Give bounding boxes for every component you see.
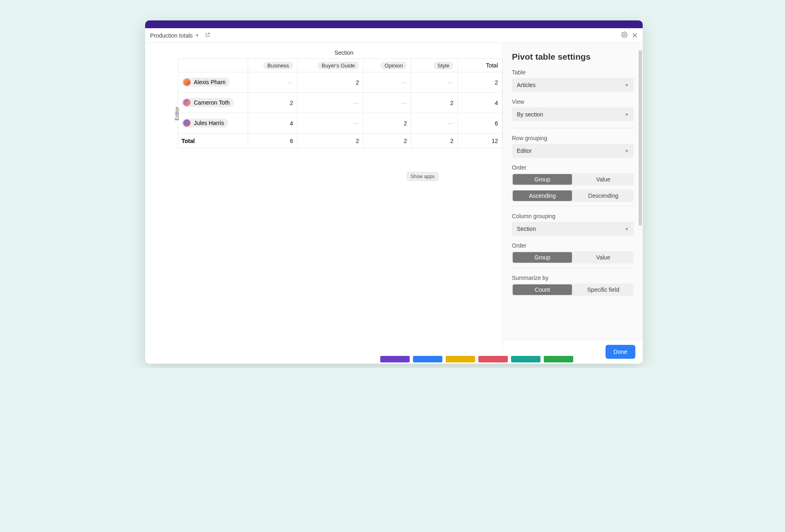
data-cell[interactable]: — [411, 113, 458, 134]
row-order-by-seg[interactable]: Group Value [512, 173, 634, 186]
gear-icon[interactable] [621, 31, 628, 39]
editor-name: Cameron Toth [194, 99, 230, 106]
data-cell[interactable]: — [363, 72, 411, 93]
table-row: Alexis Pham—2——2 [178, 72, 502, 93]
scrollbar-thumb[interactable] [639, 50, 642, 226]
field-label: Summarize by [512, 275, 634, 281]
data-cell[interactable]: — [298, 113, 363, 134]
totals-row-label: Total [178, 134, 248, 148]
data-cell[interactable]: 2 [248, 93, 298, 113]
column-total-cell: 2 [411, 134, 458, 148]
column-header[interactable]: Opinion [363, 58, 411, 72]
col-order-by-seg[interactable]: Group Value [512, 251, 634, 264]
field-label: Row grouping [512, 135, 634, 141]
row-header[interactable]: Jules Harris [178, 113, 248, 134]
field-label: Column grouping [512, 213, 634, 219]
chevron-down-icon: ▼ [625, 112, 629, 117]
popout-icon[interactable] [205, 32, 210, 39]
row-header[interactable]: Alexis Pham [178, 72, 248, 93]
data-cell[interactable]: — [298, 93, 363, 113]
row-header[interactable]: Cameron Toth [178, 93, 248, 113]
data-cell[interactable]: 4 [248, 113, 298, 134]
field-label: Order [512, 164, 634, 171]
column-group-axis-label: Section [178, 47, 502, 58]
data-cell[interactable]: 2 [411, 93, 458, 113]
avatar [183, 78, 191, 86]
data-cell[interactable]: — [411, 72, 458, 93]
table-row: Jules Harris4—2—6 [178, 113, 502, 134]
title-dropdown-caret-icon[interactable]: ▼ [195, 33, 199, 38]
row-grouping-select[interactable]: Editor▼ [512, 144, 634, 158]
avatar [183, 119, 191, 127]
settings-scrollbar[interactable] [639, 50, 642, 320]
modal-titlebar: Production totals ▼ ✕ [145, 28, 643, 43]
column-header-total: Total [458, 58, 502, 72]
row-group-axis-label: Editor [174, 107, 180, 121]
app-header-strip [145, 20, 643, 28]
close-icon[interactable]: ✕ [632, 31, 638, 40]
data-cell[interactable]: 2 [363, 113, 411, 134]
row-total-cell: 2 [458, 72, 502, 93]
view-select[interactable]: By section▼ [512, 107, 634, 121]
pivot-table-area: Editor Section Business Buyer's Guide [145, 43, 502, 364]
data-cell[interactable]: 2 [298, 72, 363, 93]
chevron-down-icon: ▼ [625, 227, 629, 231]
table-row: Cameron Toth2——24 [178, 93, 502, 113]
chevron-down-icon: ▼ [625, 83, 629, 87]
summarize-seg[interactable]: Count Specific field [512, 284, 634, 296]
column-total-cell: 2 [363, 134, 411, 148]
column-header[interactable]: Business [248, 58, 298, 72]
settings-panel: Pivot table settings Table Articles▼ Vie… [502, 43, 643, 364]
column-header[interactable]: Buyer's Guide [298, 58, 363, 72]
tooltip: Show apps [407, 172, 438, 181]
seg-option-group[interactable]: Group [513, 252, 572, 263]
seg-option-count[interactable]: Count [513, 284, 572, 295]
field-label: View [512, 98, 634, 105]
grand-total-cell: 12 [458, 134, 502, 148]
row-total-cell: 6 [458, 113, 502, 134]
corner-cell [178, 58, 248, 72]
totals-row: Total622212 [178, 134, 502, 148]
seg-option-descending[interactable]: Descending [574, 190, 633, 201]
background-strip [176, 354, 643, 364]
pivot-table: Business Buyer's Guide Opinion Style Tot… [178, 58, 502, 148]
field-label: Table [512, 69, 634, 76]
modal-title[interactable]: Production totals [150, 32, 193, 39]
data-cell[interactable]: — [248, 72, 298, 93]
column-grouping-select[interactable]: Section▼ [512, 222, 634, 236]
row-total-cell: 4 [458, 93, 502, 113]
column-total-cell: 2 [298, 134, 363, 148]
avatar [183, 99, 191, 106]
table-select[interactable]: Articles▼ [512, 78, 634, 92]
column-total-cell: 6 [248, 134, 298, 148]
pivot-modal: Production totals ▼ ✕ Editor Section [145, 20, 643, 364]
seg-option-value[interactable]: Value [574, 252, 633, 263]
seg-option-value[interactable]: Value [574, 174, 633, 185]
chevron-down-icon: ▼ [625, 149, 629, 153]
editor-name: Jules Harris [194, 120, 224, 126]
data-cell[interactable]: — [363, 93, 411, 113]
row-order-dir-seg[interactable]: Ascending Descending [512, 190, 634, 202]
seg-option-group[interactable]: Group [513, 174, 572, 185]
field-label: Order [512, 242, 634, 249]
svg-point-0 [624, 34, 625, 36]
editor-name: Alexis Pham [194, 79, 226, 85]
seg-option-ascending[interactable]: Ascending [513, 190, 572, 201]
settings-title: Pivot table settings [512, 52, 634, 62]
seg-option-specific-field[interactable]: Specific field [574, 284, 633, 295]
column-header[interactable]: Style [411, 58, 458, 72]
